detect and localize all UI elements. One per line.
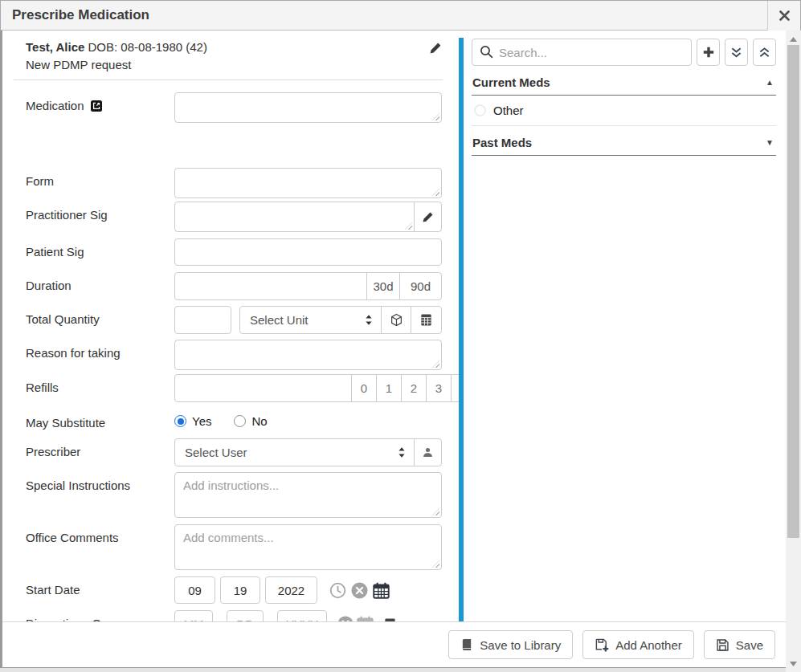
start-month-input[interactable] <box>174 576 215 604</box>
prescriber-label: Prescriber <box>26 438 174 458</box>
form-label: Form <box>26 168 174 188</box>
duration-label: Duration <box>26 272 174 292</box>
external-link-icon[interactable] <box>91 100 102 112</box>
pencil-icon <box>422 211 434 223</box>
scroll-up-arrow[interactable] <box>786 32 801 46</box>
save-to-library-button[interactable]: Save to Library <box>448 630 573 659</box>
discontinue-year-input[interactable] <box>277 610 327 622</box>
clear-start-date-button[interactable] <box>351 582 368 599</box>
dialog-body: Test, Alice DOB: 08-08-1980 (42) New PDM… <box>0 31 786 668</box>
add-another-button[interactable]: Add Another <box>582 630 694 659</box>
dialog-footer: Save to Library Add Another Save <box>2 621 786 667</box>
total-quantity-label: Total Quantity <box>26 306 174 326</box>
practitioner-sig-input[interactable] <box>174 202 415 232</box>
save-button[interactable]: Save <box>704 630 775 659</box>
chevron-double-up-icon <box>758 47 770 59</box>
prescriber-select[interactable]: Select User <box>174 438 415 466</box>
special-instructions-input[interactable] <box>174 472 442 518</box>
select-arrows-icon <box>398 446 406 458</box>
quantity-input[interactable] <box>174 306 231 334</box>
prescription-form: Test, Alice DOB: 08-08-1980 (42) New PDM… <box>2 31 459 622</box>
office-comments-input[interactable] <box>174 524 442 570</box>
chevron-double-down-icon <box>730 47 742 59</box>
collapse-all-button[interactable] <box>753 39 776 66</box>
form-input[interactable] <box>174 168 442 198</box>
reason-label: Reason for taking <box>26 340 174 360</box>
start-day-input[interactable] <box>220 576 260 604</box>
reason-input[interactable] <box>174 340 442 370</box>
medication-label: Medication <box>26 92 174 112</box>
patient-dob: DOB: 08-08-1980 (42) <box>88 40 207 54</box>
scrollbar-thumb[interactable] <box>787 45 799 538</box>
duration-30d-button[interactable]: 30d <box>366 272 400 300</box>
expand-all-button[interactable] <box>725 39 748 66</box>
past-meds-section-header[interactable]: Past Meds ▼ <box>472 126 776 156</box>
book-icon <box>460 638 473 651</box>
start-date-calendar-button[interactable] <box>373 582 390 599</box>
dialog-title: Prescribe Medication <box>1 7 149 23</box>
substitute-no-radio[interactable]: No <box>234 414 267 428</box>
patient-sig-input[interactable] <box>174 238 442 266</box>
clock-icon <box>329 582 346 599</box>
vertical-scrollbar[interactable] <box>786 31 801 672</box>
page-edge <box>0 669 786 672</box>
quantity-calculator-button[interactable] <box>411 306 442 334</box>
meds-panel: Current Meds ▲ Other Past Meds ▼ <box>464 31 786 621</box>
refills-0-button[interactable]: 0 <box>351 374 377 402</box>
dialog-titlebar: Prescribe Medication <box>0 0 801 31</box>
start-year-input[interactable] <box>265 576 317 604</box>
may-substitute-label: May Substitute <box>26 409 174 430</box>
user-icon <box>422 446 434 458</box>
pencil-icon <box>429 42 442 55</box>
special-instructions-label: Special Instructions <box>26 472 174 492</box>
plus-icon <box>702 46 715 59</box>
edit-sig-button[interactable] <box>414 202 442 232</box>
edit-patient-button[interactable] <box>429 42 442 55</box>
set-time-button[interactable] <box>329 582 346 599</box>
save-plus-icon <box>595 637 609 652</box>
caret-up-icon: ▲ <box>766 78 774 87</box>
patient-header: Test, Alice DOB: 08-08-1980 (42) New PDM… <box>14 40 443 80</box>
cube-icon <box>390 313 403 327</box>
medication-input[interactable] <box>174 92 442 123</box>
patient-sig-label: Patient Sig <box>26 238 174 259</box>
unit-select[interactable]: Select Unit <box>239 306 382 334</box>
med-item-other[interactable]: Other <box>472 96 776 126</box>
refills-label: Refills <box>26 374 174 394</box>
discontinue-day-input[interactable] <box>227 610 264 622</box>
office-comments-label: Office Comments <box>26 524 174 544</box>
clear-circle-icon <box>351 582 368 599</box>
close-icon <box>779 10 790 21</box>
select-user-button[interactable] <box>414 438 442 466</box>
prescribe-medication-dialog: Prescribe Medication Test, Alice DOB: 08… <box>0 0 801 672</box>
radio-unselected-icon <box>234 415 246 427</box>
patient-subtitle: New PDMP request <box>26 58 443 71</box>
patient-name: Test, Alice <box>26 40 84 54</box>
scroll-down-arrow[interactable] <box>786 657 801 670</box>
close-button[interactable] <box>767 1 800 31</box>
substitute-yes-radio[interactable]: Yes <box>174 414 211 428</box>
current-meds-section-header[interactable]: Current Meds ▲ <box>472 66 776 96</box>
discontinue-label: Discontinue On <box>26 610 174 622</box>
meds-search-input[interactable] <box>472 39 692 66</box>
search-icon <box>480 45 493 59</box>
duration-90d-button[interactable]: 90d <box>399 272 442 300</box>
refills-5-button[interactable]: 5 <box>451 374 459 402</box>
radio-selected-icon <box>174 415 186 427</box>
package-lookup-button[interactable] <box>381 306 411 334</box>
calculator-icon <box>419 313 433 327</box>
refills-2-button[interactable]: 2 <box>401 374 427 402</box>
start-date-label: Start Date <box>26 576 174 597</box>
radio-unselected-icon <box>474 104 486 116</box>
discontinue-month-input[interactable] <box>174 610 213 622</box>
caret-down-icon: ▼ <box>766 138 774 147</box>
calendar-icon <box>373 582 390 599</box>
add-med-button[interactable] <box>697 39 720 66</box>
refills-1-button[interactable]: 1 <box>376 374 402 402</box>
practitioner-sig-label: Practitioner Sig <box>26 202 174 222</box>
duration-input[interactable] <box>174 272 367 300</box>
refills-input[interactable] <box>174 374 352 402</box>
select-arrows-icon <box>365 314 373 326</box>
refills-3-button[interactable]: 3 <box>426 374 452 402</box>
save-icon <box>716 638 729 652</box>
